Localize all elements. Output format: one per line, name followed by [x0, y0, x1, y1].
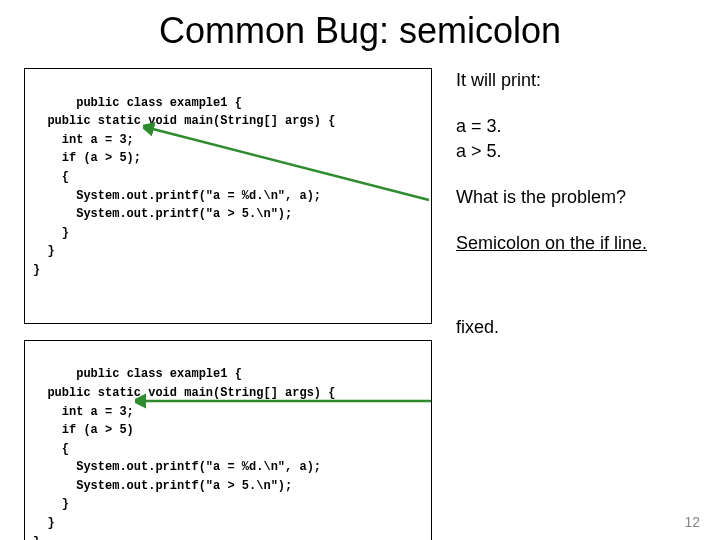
code-text-bug: public class example1 { public static vo… [33, 96, 335, 277]
content-area: public class example1 { public static vo… [0, 68, 720, 540]
output-line-2: a > 5. [456, 139, 696, 163]
page-number: 12 [684, 514, 700, 530]
code-box-bug: public class example1 { public static vo… [24, 68, 432, 324]
fixed-label: fixed. [456, 315, 696, 339]
code-box-fixed: public class example1 { public static vo… [24, 340, 432, 540]
problem-question: What is the problem? [456, 185, 696, 209]
problem-answer: Semicolon on the if line. [456, 231, 696, 255]
code-column: public class example1 { public static vo… [24, 68, 432, 540]
code-text-fixed: public class example1 { public static vo… [33, 367, 335, 540]
output-values: a = 3. a > 5. [456, 114, 696, 163]
output-line-1: a = 3. [456, 114, 696, 138]
explanation-column: It will print: a = 3. a > 5. What is the… [456, 68, 696, 540]
output-heading: It will print: [456, 68, 696, 92]
slide-title: Common Bug: semicolon [0, 0, 720, 68]
